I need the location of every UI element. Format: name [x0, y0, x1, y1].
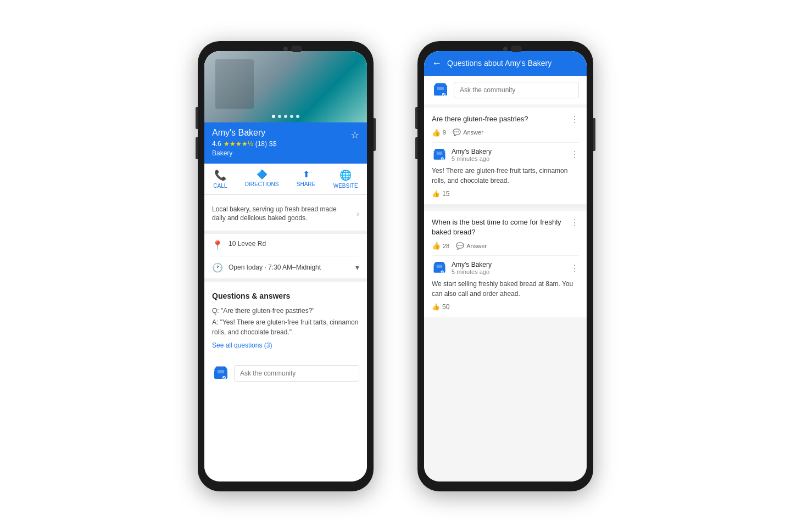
rating-row: 4.6 ★★★★½ (18) $$	[212, 140, 359, 148]
q2-answer-link[interactable]: 💬 Answer	[456, 242, 487, 250]
ask-community-input-2[interactable]	[454, 82, 579, 98]
website-action[interactable]: 🌐 WEBSITE	[333, 169, 358, 189]
phone-2-screen: ← Questions about Amy's Bakery Are there…	[424, 51, 587, 481]
share-label: SHARE	[297, 181, 315, 187]
call-label: CALL	[213, 183, 227, 189]
answer-2-text: We start selling freshly baked bread at …	[432, 279, 579, 299]
dot-1	[272, 115, 275, 118]
volume-down-button	[196, 137, 198, 159]
dot-2	[278, 115, 281, 118]
q1-answer-label: Answer	[463, 129, 483, 136]
answer-1-more-icon[interactable]: ⋮	[570, 149, 579, 160]
see-all-link[interactable]: See all questions (3)	[212, 341, 359, 349]
directions-action[interactable]: 🔷 DIRECTIONS	[245, 169, 279, 189]
q1-like-count: 9	[443, 129, 446, 136]
thumbs-up-icon-2: 👍	[432, 242, 441, 250]
answer-1-likes: 👍 15	[432, 190, 579, 198]
stars: ★★★★½	[224, 140, 253, 148]
dot-4	[290, 115, 293, 118]
answer-2-like-count: 50	[442, 303, 449, 311]
answer-1-author-info: Amy's Bakery 5 minutes ago	[452, 148, 492, 162]
shop-icon-answer-2	[432, 260, 447, 276]
qa-title: Questions & answers	[212, 292, 359, 300]
description-text: Local bakery, serving up fresh bread mad…	[212, 205, 351, 223]
hours-row: 🕐 Open today · 7:30 AM–Midnight ▾	[212, 256, 359, 278]
answer-1-time: 5 minutes ago	[452, 155, 492, 162]
q2-text: When is the best time to come for freshl…	[432, 217, 579, 237]
shop-icon-answer-1	[432, 147, 447, 163]
answer-1-author-name: Amy's Bakery	[452, 148, 492, 155]
ask-bar-2	[424, 76, 587, 104]
answer-2-likes: 👍 50	[432, 303, 579, 311]
qa-a-text: A: "Yes! There are gluten-free fruit tar…	[212, 317, 359, 337]
phone-1-screen: Amy's Bakery 4.6 ★★★★½ (18) $$ Bakery ☆ …	[204, 51, 367, 481]
price-range: $$	[269, 140, 276, 148]
address-text: 10 Levee Rd	[229, 239, 359, 249]
phone-1: Amy's Bakery 4.6 ★★★★½ (18) $$ Bakery ☆ …	[198, 41, 374, 491]
review-count: (18)	[255, 140, 267, 148]
divider-2	[204, 278, 367, 282]
qa-q-text: Q: "Are there gluten-free pastries?"	[212, 306, 359, 316]
hours-text: Open today · 7:30 AM–Midnight	[229, 264, 350, 271]
share-action[interactable]: ⬆ SHARE	[297, 169, 315, 189]
q1-answer-link[interactable]: 💬 Answer	[453, 128, 483, 136]
q1-text: Are there gluten-free pastries?	[432, 114, 579, 124]
power-button-2	[593, 118, 595, 151]
back-button[interactable]: ←	[432, 58, 442, 69]
image-dots	[272, 115, 299, 118]
directions-icon: 🔷	[257, 169, 268, 180]
website-icon: 🌐	[339, 169, 352, 181]
thumbs-up-answer-1-icon: 👍	[432, 190, 440, 198]
share-icon: ⬆	[303, 169, 310, 180]
q2-like-count: 28	[443, 243, 449, 249]
address-section: 📍 10 Levee Rd 🕐 Open today · 7:30 AM–Mid…	[204, 234, 367, 278]
dot-5	[296, 115, 299, 118]
answer-2-author-info: Amy's Bakery 5 minutes ago	[452, 261, 492, 275]
maps-listing-screen: Amy's Bakery 4.6 ★★★★½ (18) $$ Bakery ☆ …	[204, 51, 367, 481]
ask-bar	[204, 359, 367, 390]
svg-rect-4	[437, 87, 444, 90]
location-pin-icon: 📍	[212, 240, 223, 250]
volume-up-button	[196, 107, 198, 129]
call-action[interactable]: 📞 CALL	[213, 169, 227, 189]
answer-2-time: 5 minutes ago	[452, 268, 492, 275]
shop-icon	[212, 365, 230, 382]
shop-icon-2	[432, 81, 449, 99]
q1-likes: 👍 9	[432, 128, 446, 137]
call-icon: 📞	[214, 169, 226, 181]
chat-icon-2: 💬	[456, 242, 464, 250]
listing-header: Amy's Bakery 4.6 ★★★★½ (18) $$ Bakery ☆	[204, 122, 367, 164]
answer-card-1: Amy's Bakery 5 minutes ago ⋮ Yes! There …	[432, 142, 579, 198]
answer-2-more-icon[interactable]: ⋮	[570, 263, 579, 273]
answer-card-2: Amy's Bakery 5 minutes ago ⋮ We start se…	[432, 255, 579, 311]
hours-chevron: ▾	[355, 263, 359, 272]
q2-meta: 👍 28 💬 Answer	[432, 242, 579, 250]
action-bar: 📞 CALL 🔷 DIRECTIONS ⬆ SHARE 🌐 WEBSITE	[204, 164, 367, 195]
volume-down-button-2	[415, 137, 417, 159]
qa-question: Q: "Are there gluten-free pastries?" A: …	[212, 306, 359, 337]
ask-community-input[interactable]	[234, 365, 359, 382]
clock-icon: 🕐	[212, 262, 223, 273]
svg-rect-1	[218, 370, 224, 373]
qa-detail-header: ← Questions about Amy's Bakery	[424, 51, 587, 76]
qa-detail-screen: ← Questions about Amy's Bakery Are there…	[424, 51, 587, 481]
q2-more-icon[interactable]: ⋮	[570, 217, 579, 228]
website-label: WEBSITE	[333, 183, 358, 189]
q1-more-icon[interactable]: ⋮	[570, 114, 579, 125]
description-arrow: ›	[356, 209, 359, 218]
category: Bakery	[212, 149, 359, 157]
power-button	[374, 118, 376, 151]
qa-card-1: Are there gluten-free pastries? ⋮ 👍 9 💬 …	[424, 108, 587, 204]
description-section: Local bakery, serving up fresh bread mad…	[204, 197, 367, 231]
divider-q	[424, 204, 587, 208]
volume-up-button-2	[415, 107, 417, 129]
hero-image	[204, 51, 367, 122]
q1-question-row: Are there gluten-free pastries? ⋮	[432, 114, 579, 124]
hero-figure	[215, 59, 254, 109]
favorite-icon[interactable]: ☆	[350, 129, 359, 141]
chat-icon-1: 💬	[453, 128, 461, 136]
address-row: 📍 10 Levee Rd	[212, 234, 359, 256]
thumbs-up-answer-2-icon: 👍	[432, 303, 440, 311]
answer-2-author-row: Amy's Bakery 5 minutes ago ⋮	[432, 260, 579, 276]
answer-1-author-row: Amy's Bakery 5 minutes ago ⋮	[432, 147, 579, 163]
